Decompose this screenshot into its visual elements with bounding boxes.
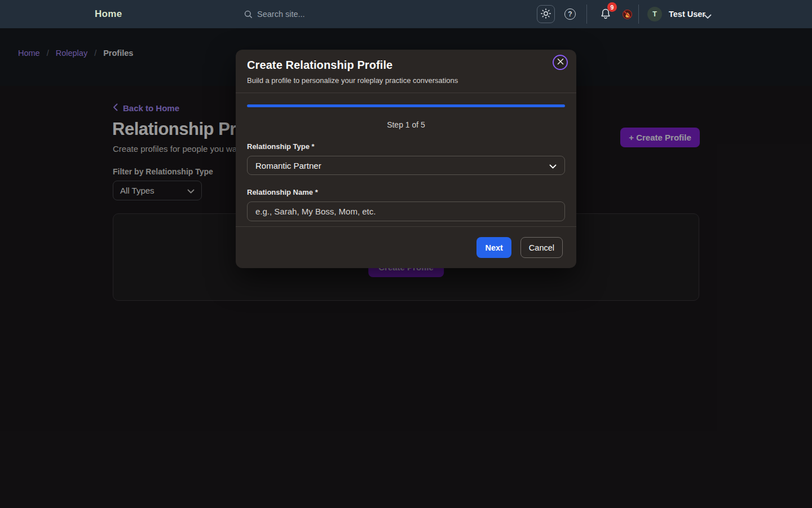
modal-subtitle: Build a profile to personalize your role… (247, 76, 565, 85)
sun-icon (541, 8, 551, 20)
nav-page-title: Home (95, 0, 122, 28)
relationship-name-label: Relationship Name * (247, 188, 565, 196)
search-icon (244, 10, 253, 19)
relationship-type-label: Relationship Type * (247, 142, 565, 151)
create-relationship-profile-modal: Create Relationship Profile Build a prof… (236, 50, 576, 268)
step-progress-bar (247, 104, 565, 107)
next-button[interactable]: Next (476, 237, 511, 258)
modal-footer: Next Cancel (236, 226, 576, 268)
site-search[interactable]: Search site... (244, 0, 305, 28)
close-icon (557, 58, 564, 67)
screen: Home Search site... ? (0, 0, 812, 508)
notification-count-badge: 9 (607, 2, 617, 12)
relationship-type-value: Romantic Partner (255, 161, 321, 170)
theme-toggle-button[interactable] (537, 5, 555, 23)
modal-title: Create Relationship Profile (247, 59, 565, 72)
relationship-type-select[interactable]: Romantic Partner (247, 156, 565, 175)
top-navbar: Home Search site... ? (0, 0, 812, 28)
user-avatar[interactable]: T (647, 7, 662, 21)
modal-header: Create Relationship Profile Build a prof… (236, 50, 576, 93)
relationship-name-input[interactable] (247, 202, 565, 221)
streak-disabled-icon[interactable] (623, 10, 632, 19)
search-placeholder-text: Search site... (257, 10, 305, 19)
user-menu-name[interactable]: Test User (669, 0, 705, 28)
chevron-down-icon (549, 161, 557, 170)
close-button[interactable] (553, 55, 568, 70)
cancel-button[interactable]: Cancel (520, 237, 563, 258)
modal-body: Step 1 of 5 Relationship Type * Romantic… (236, 93, 576, 221)
nav-divider (638, 5, 639, 24)
step-indicator: Step 1 of 5 (247, 120, 565, 129)
slash-mark (623, 10, 632, 19)
nav-divider (586, 5, 587, 24)
help-icon[interactable]: ? (564, 8, 576, 20)
chevron-down-icon[interactable] (704, 11, 712, 21)
